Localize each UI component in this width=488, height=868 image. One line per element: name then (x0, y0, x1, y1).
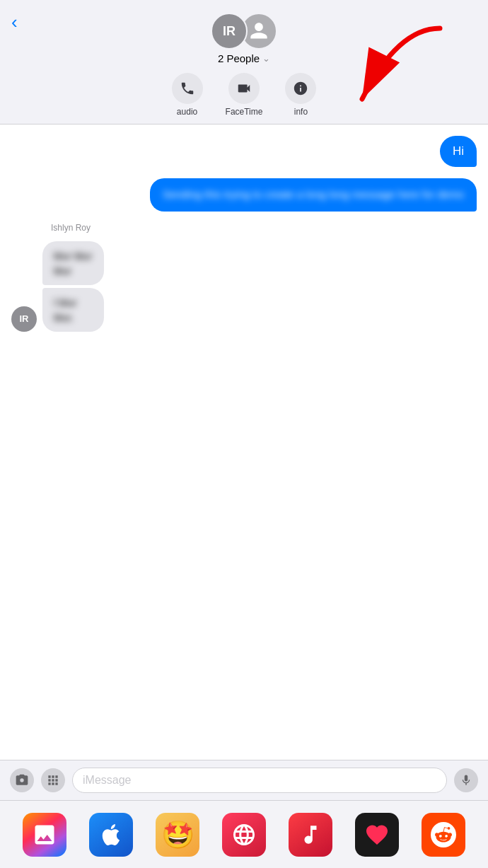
facetime-button[interactable]: FaceTime (226, 73, 263, 117)
message-text-blurred-recv1: blur blur blur (54, 248, 93, 278)
message-row-hi: Hi (11, 136, 477, 167)
message-text-hi: Hi (453, 144, 464, 158)
audio-label: audio (177, 107, 197, 117)
dock-appstore[interactable] (89, 813, 133, 857)
music-icon (298, 823, 323, 847)
phone-icon (180, 81, 195, 96)
message-text-blurred-recv2: l blur blur. (54, 295, 93, 325)
info-button[interactable]: info (285, 73, 316, 117)
dock-music[interactable] (289, 813, 332, 857)
dock-heart-app[interactable] (355, 813, 399, 857)
dock: 🤩 (0, 800, 488, 868)
bubble-hi: Hi (440, 136, 477, 167)
bubble-recv1: blur blur blur (42, 241, 104, 285)
back-button[interactable]: ‹ (11, 13, 18, 31)
input-bar: iMessage (0, 760, 488, 800)
message-text-blurred-sent: Sending this trying to create a long lon… (163, 187, 464, 203)
reddit-icon (431, 822, 456, 847)
audio-button[interactable]: audio (172, 73, 203, 117)
avatar-ir: IR (211, 13, 248, 50)
bubble-sent-long: Sending this trying to create a long lon… (150, 178, 477, 212)
info-icon (293, 81, 308, 96)
camera-button[interactable] (10, 768, 34, 792)
dock-photos[interactable] (23, 813, 66, 857)
annotation-arrow (341, 21, 454, 113)
header: ‹ IR 2 People ⌄ audio (0, 0, 488, 125)
avatar-small-ir: IR (11, 306, 37, 332)
received-bubbles-group: blur blur blur l blur blur. (42, 241, 124, 332)
sender-name-label: Ishlyn Roy (51, 223, 477, 233)
messages-list: Hi Sending this trying to create a long … (11, 136, 477, 332)
globe-icon (231, 822, 257, 847)
camera-icon (15, 773, 29, 787)
audio-icon-circle (172, 73, 203, 104)
facetime-icon-circle (228, 73, 260, 104)
dock-browser[interactable] (222, 813, 266, 857)
input-placeholder: iMessage (83, 774, 131, 787)
info-icon-circle (285, 73, 316, 104)
mic-button[interactable] (454, 768, 478, 792)
message-input[interactable]: iMessage (72, 768, 447, 793)
dock-reddit[interactable] (422, 813, 465, 857)
message-row-received: IR blur blur blur l blur blur. (11, 241, 477, 332)
person-icon (249, 21, 269, 41)
apps-button[interactable] (41, 768, 65, 792)
heart-icon (364, 822, 390, 847)
photos-icon (32, 822, 57, 847)
bubble-recv2: l blur blur. (42, 288, 104, 332)
avatars-group: IR (211, 13, 277, 50)
info-label: info (294, 107, 308, 117)
chat-area: Hi Sending this trying to create a long … (0, 125, 488, 695)
group-name[interactable]: 2 People ⌄ (218, 52, 270, 64)
chevron-down-icon: ⌄ (262, 53, 270, 64)
apps-icon (46, 773, 60, 787)
memoji-emoji: 🤩 (161, 813, 194, 857)
facetime-icon (236, 81, 252, 96)
dock-memoji[interactable]: 🤩 (156, 813, 199, 857)
facetime-label: FaceTime (226, 107, 263, 117)
action-buttons: audio FaceTime info (172, 73, 317, 117)
mic-icon (460, 774, 472, 787)
appstore-icon (98, 822, 124, 847)
message-row-long: Sending this trying to create a long lon… (11, 178, 477, 212)
